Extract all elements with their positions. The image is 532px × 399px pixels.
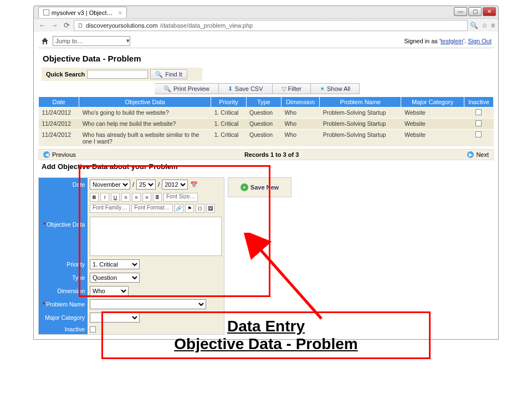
show-all-button[interactable]: ✶ Show All <box>311 83 360 94</box>
home-icon[interactable] <box>40 37 49 45</box>
quick-search-label: Quick Search <box>46 71 85 78</box>
pager: ◀ Previous Records 1 to 3 of 3 ▶ Next <box>38 149 494 160</box>
col-inactive[interactable]: Inactive <box>464 97 493 108</box>
chevron-down-icon: ▾ <box>126 37 130 44</box>
maximize-button[interactable]: ▢ <box>468 7 482 16</box>
jump-to-select[interactable]: Jump to… ▾ <box>53 36 130 46</box>
app-bar: Jump to… ▾ Signed in as 'testglein'. Sig… <box>38 34 494 48</box>
signin-status: Signed in as 'testglein'. Sign Out <box>404 38 492 44</box>
tab-title: mysolver v3 | Object… <box>52 9 112 16</box>
svg-line-0 <box>258 247 321 319</box>
find-it-button[interactable]: 🔍 Find It <box>150 69 187 79</box>
col-dimension[interactable]: Dimension <box>282 97 320 108</box>
close-window-button[interactable]: ✕ <box>483 7 496 16</box>
col-date[interactable]: Date <box>39 97 79 108</box>
menu-icon[interactable]: ≡ <box>491 22 495 29</box>
page-icon: 🗋 <box>78 22 84 29</box>
inactive-checkbox[interactable] <box>475 120 482 126</box>
page-icon <box>43 9 49 16</box>
col-type[interactable]: Type <box>246 97 281 108</box>
url-host: discoveryoursolutions.com <box>86 22 158 29</box>
print-preview-button[interactable]: 🔍 Print Preview <box>155 83 219 94</box>
table-row[interactable]: 11/24/2012Who has already built a websit… <box>39 130 494 147</box>
annotation-highlight <box>79 165 270 297</box>
page-title: Objective Data - Problem <box>43 54 494 63</box>
annotation-line2: Objective Data - Problem <box>117 335 415 353</box>
quick-search: Quick Search 🔍 Find It <box>42 68 202 81</box>
table-row[interactable]: 11/24/2012Who can help me build the webs… <box>39 119 494 130</box>
inactive-checkbox[interactable] <box>475 131 482 137</box>
problem-name-select[interactable] <box>90 299 206 309</box>
table-row[interactable]: 11/24/2012Who's going to build the websi… <box>39 108 494 119</box>
forward-button[interactable]: → <box>49 21 59 30</box>
data-table: Date Objective Data Priority Type Dimens… <box>38 96 494 147</box>
inactive-checkbox[interactable] <box>90 326 96 332</box>
bookmark-icon[interactable]: ☆ <box>482 22 488 29</box>
label-major-category: Major Category <box>39 311 88 324</box>
zoom-icon[interactable]: 🔍 <box>470 22 478 29</box>
inactive-checkbox[interactable] <box>475 109 482 115</box>
filter-button[interactable]: ▽ Filter <box>273 83 311 94</box>
annotation-callout: Data Entry Objective Data - Problem <box>101 311 431 359</box>
save-csv-button[interactable]: ⬇ Save CSV <box>219 83 273 94</box>
col-problem-name[interactable]: Problem Name <box>320 97 401 108</box>
signout-link[interactable]: Sign Out <box>468 38 492 44</box>
label-inactive: Inactive <box>39 324 88 334</box>
username-link[interactable]: testglein <box>441 38 463 44</box>
titlebar: mysolver v3 | Object… × — ▢ ✕ <box>34 6 498 18</box>
records-label: Records 1 to 3 of 3 <box>244 151 299 158</box>
col-major-category[interactable]: Major Category <box>401 97 464 108</box>
reload-button[interactable]: ⟳ <box>62 21 71 30</box>
close-tab-icon[interactable]: × <box>118 9 121 16</box>
address-bar[interactable]: 🗋 discoveryoursolutions.com/database/dat… <box>74 20 468 31</box>
back-button[interactable]: ← <box>37 21 47 30</box>
label-problem-name: *Problem Name <box>39 298 88 311</box>
jump-label: Jump to… <box>55 38 83 44</box>
minimize-button[interactable]: — <box>454 7 467 16</box>
annotation-line1: Data Entry <box>117 318 415 335</box>
url-path: /database/data_problem_view.php <box>160 22 253 29</box>
next-button[interactable]: ▶ Next <box>467 151 489 158</box>
address-row: ← → ⟳ 🗋 discoveryoursolutions.com/databa… <box>34 18 498 32</box>
col-priority[interactable]: Priority <box>211 97 246 108</box>
quick-search-input[interactable] <box>87 70 148 79</box>
toolbar: 🔍 Print Preview ⬇ Save CSV ▽ Filter ✶ Sh… <box>38 83 494 94</box>
browser-tab[interactable]: mysolver v3 | Object… × <box>38 7 127 18</box>
col-objective-data[interactable]: Objective Data <box>79 97 211 108</box>
prev-button[interactable]: ◀ Previous <box>43 151 76 158</box>
